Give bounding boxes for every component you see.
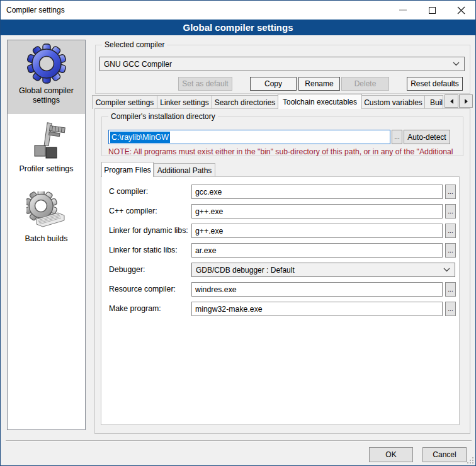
window-title: Compiler settings bbox=[6, 1, 65, 20]
selected-compiler-value: GNU GCC Compiler bbox=[100, 60, 453, 69]
subtab-program-files[interactable]: Program Files bbox=[101, 162, 154, 177]
tab-scroll-right-button[interactable] bbox=[459, 94, 473, 108]
installation-directory-input[interactable]: C:\raylib\MinGW bbox=[108, 130, 390, 144]
bin-subdirectory-note: NOTE: All programs must exist either in … bbox=[108, 147, 462, 157]
sidebar-item-global-compiler-settings[interactable]: Global compiler settings bbox=[8, 40, 85, 114]
cancel-button[interactable]: Cancel bbox=[422, 447, 467, 462]
linker-static-browse-button[interactable]: ... bbox=[445, 243, 456, 258]
auto-detect-button[interactable]: Auto-detect bbox=[404, 130, 450, 144]
page-title: Global compiler settings bbox=[1, 20, 475, 35]
linker-static-label: Linker for static libs: bbox=[109, 246, 190, 254]
set-as-default-button: Set as default bbox=[178, 77, 232, 91]
scroll-right-icon bbox=[465, 99, 468, 104]
reset-defaults-button[interactable]: Reset defaults bbox=[407, 77, 463, 91]
installation-directory-legend: Compiler's installation directory bbox=[108, 112, 218, 121]
debugger-dropdown[interactable]: GDB/CDB debugger : Default bbox=[191, 263, 455, 277]
sidebar-item-label: Batch builds bbox=[22, 234, 70, 244]
minimize-button bbox=[388, 1, 417, 20]
compiler-settings-dialog: Compiler settings Global compiler settin… bbox=[0, 0, 476, 466]
make-program-label: Make program: bbox=[109, 304, 190, 313]
titlebar: Compiler settings bbox=[1, 1, 475, 20]
resource-compiler-input[interactable] bbox=[191, 282, 443, 297]
close-button[interactable] bbox=[446, 1, 475, 20]
copy-button[interactable]: Copy bbox=[250, 77, 297, 91]
subtab-additional-paths[interactable]: Additional Paths bbox=[154, 163, 215, 177]
gear-blue-icon bbox=[26, 43, 67, 84]
settings-category-list: Global compiler settings Profiler settin… bbox=[7, 40, 86, 430]
footer-divider bbox=[6, 440, 472, 441]
sidebar-item-profiler-settings[interactable]: Profiler settings bbox=[8, 122, 85, 174]
resource-compiler-label: Resource compiler: bbox=[109, 285, 190, 293]
caliper-icon bbox=[26, 122, 67, 162]
resource-compiler-browse-button[interactable]: ... bbox=[445, 282, 456, 297]
rename-button[interactable]: Rename bbox=[298, 77, 340, 91]
linker-dynamic-input[interactable] bbox=[191, 224, 443, 238]
tab-compiler-settings[interactable]: Compiler settings bbox=[92, 95, 157, 109]
minimize-icon bbox=[399, 9, 407, 11]
c-compiler-browse-button[interactable]: ... bbox=[445, 185, 456, 199]
make-program-browse-button[interactable]: ... bbox=[445, 302, 456, 316]
tab-search-directories[interactable]: Search directories bbox=[212, 95, 278, 109]
make-program-input[interactable] bbox=[191, 302, 443, 316]
debugger-value: GDB/CDB debugger : Default bbox=[192, 266, 443, 275]
resize-grip[interactable] bbox=[466, 456, 474, 464]
sidebar-item-label: Global compiler settings bbox=[8, 86, 85, 105]
chevron-down-icon bbox=[443, 268, 450, 272]
c-compiler-label: C compiler: bbox=[109, 187, 190, 196]
cpp-compiler-browse-button[interactable]: ... bbox=[445, 204, 456, 219]
sidebar-item-label: Profiler settings bbox=[16, 164, 76, 174]
tab-build-options-truncated[interactable]: Build bbox=[424, 95, 443, 109]
tab-toolchain-executables[interactable]: Toolchain executables bbox=[278, 94, 362, 109]
scroll-left-icon bbox=[450, 99, 453, 104]
c-compiler-input[interactable] bbox=[191, 185, 443, 199]
debugger-label: Debugger: bbox=[109, 265, 190, 274]
installation-directory-value: C:\raylib\MinGW bbox=[110, 132, 170, 143]
linker-dynamic-label: Linker for dynamic libs: bbox=[109, 226, 190, 235]
tab-scroll-left-button[interactable] bbox=[445, 94, 458, 108]
chevron-down-icon bbox=[453, 62, 460, 66]
cpp-compiler-input[interactable] bbox=[191, 204, 443, 219]
maximize-icon bbox=[429, 7, 436, 14]
installation-directory-browse-button[interactable]: ... bbox=[392, 130, 402, 144]
cpp-compiler-label: C++ compiler: bbox=[109, 207, 190, 215]
tab-linker-settings[interactable]: Linker settings bbox=[157, 95, 212, 109]
linker-static-input[interactable] bbox=[191, 243, 443, 258]
ok-button[interactable]: OK bbox=[369, 447, 413, 462]
maximize-button[interactable] bbox=[417, 1, 446, 20]
gear-stack-icon bbox=[26, 191, 67, 232]
delete-button: Delete bbox=[341, 77, 389, 91]
tab-custom-variables[interactable]: Custom variables bbox=[361, 95, 425, 109]
selected-compiler-legend: Selected compiler bbox=[102, 40, 167, 49]
selected-compiler-dropdown[interactable]: GNU GCC Compiler bbox=[99, 57, 465, 71]
linker-dynamic-browse-button[interactable]: ... bbox=[445, 224, 456, 238]
sidebar-item-batch-builds[interactable]: Batch builds bbox=[8, 191, 85, 244]
close-icon bbox=[457, 6, 465, 14]
